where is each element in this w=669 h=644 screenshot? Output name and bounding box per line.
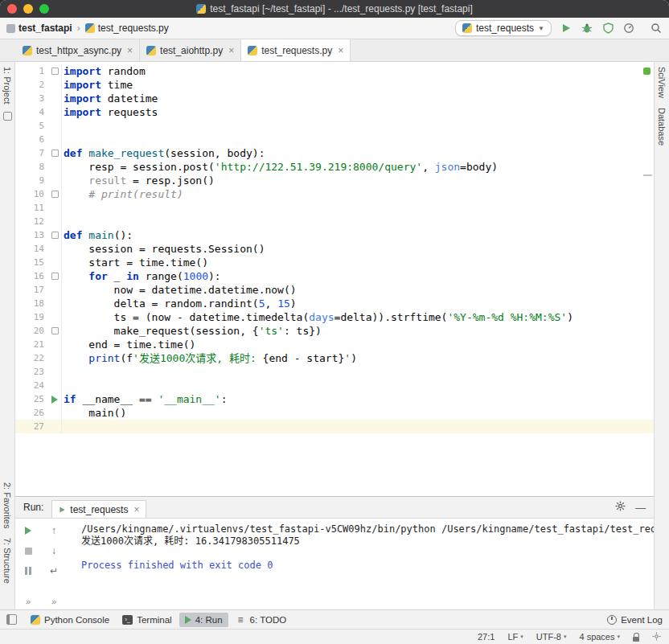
code-line-13[interactable]: 13def main(): <box>15 228 654 242</box>
chevron-more-icon[interactable]: » <box>51 597 56 606</box>
gutter[interactable]: 9 <box>15 174 62 187</box>
tab-test_httpx_async.py[interactable]: test_httpx_async.py× <box>16 39 140 61</box>
title-bar[interactable]: test_fastapi [~/test_fastapi] - .../test… <box>0 0 669 18</box>
code-line-1[interactable]: 1import random <box>15 64 654 78</box>
close-icon[interactable]: × <box>127 45 133 56</box>
readonly-lock-icon[interactable] <box>633 633 639 642</box>
breadcrumb-file[interactable]: test_requests.py <box>98 23 169 34</box>
breadcrumb-project[interactable]: test_fastapi <box>18 23 72 34</box>
event-log-button[interactable]: Event Log <box>607 615 663 625</box>
tool-window-switcher-icon[interactable] <box>6 614 17 625</box>
code-line-16[interactable]: 16 for _ in range(1000): <box>15 269 654 283</box>
gutter[interactable]: 3 <box>15 92 62 105</box>
fold-icon[interactable] <box>51 191 59 198</box>
tool-stripe-button-sciview[interactable]: SciView <box>657 62 667 103</box>
code-line-22[interactable]: 22 print(f'发送1000次请求, 耗时: {end - start}'… <box>15 351 654 365</box>
fold-icon[interactable] <box>51 327 59 334</box>
gutter[interactable]: 13 <box>15 228 62 242</box>
run-config-select[interactable]: test_requests ▼ <box>455 20 552 36</box>
zoom-window-icon[interactable] <box>39 4 49 14</box>
code-line-8[interactable]: 8 resp = session.post('http://122.51.39.… <box>15 160 654 174</box>
inspection-profile-icon[interactable] <box>652 632 661 642</box>
up-stack-icon[interactable]: ↑ <box>48 525 60 536</box>
minimize-window-icon[interactable] <box>23 4 33 14</box>
console-output[interactable]: /Users/kingname/.virtualenvs/test_fastap… <box>67 519 654 609</box>
code-line-7[interactable]: 7def make_request(session, body): <box>15 146 654 160</box>
code-line-3[interactable]: 3import datetime <box>15 92 654 105</box>
tool-window-button-4-run[interactable]: 4: Run <box>179 613 228 627</box>
code-line-5[interactable]: 5 <box>15 119 654 133</box>
tool-stripe-button-7-structure[interactable]: 7: Structure <box>2 533 12 589</box>
code-line-11[interactable]: 11 <box>15 201 654 215</box>
profiler-button[interactable] <box>622 22 635 35</box>
run-panel-tab[interactable]: test_requests × <box>51 500 146 518</box>
gutter[interactable]: 10 <box>15 187 62 201</box>
code-line-2[interactable]: 2import time <box>15 78 654 92</box>
soft-wrap-icon[interactable]: ↵ <box>48 565 60 576</box>
bookmark-icon[interactable] <box>3 112 12 121</box>
gutter[interactable]: 7 <box>15 146 62 160</box>
gutter[interactable]: 5 <box>15 119 62 133</box>
code-line-23[interactable]: 23 <box>15 365 654 379</box>
gutter[interactable]: 19 <box>15 310 62 324</box>
gutter[interactable]: 1 <box>15 64 62 78</box>
gutter[interactable]: 20 <box>15 324 62 338</box>
gutter[interactable]: 23 <box>15 365 62 379</box>
code-line-26[interactable]: 26 main() <box>15 406 654 420</box>
caret-position[interactable]: 27:1 <box>478 632 495 642</box>
line-separator-select[interactable]: LF▾ <box>507 632 523 642</box>
pause-output-icon[interactable] <box>23 565 34 576</box>
gutter[interactable]: 18 <box>15 297 62 310</box>
code-line-17[interactable]: 17 now = datetime.datetime.now() <box>15 283 654 297</box>
gutter[interactable]: 15 <box>15 256 62 269</box>
stop-icon[interactable] <box>23 545 34 556</box>
code-line-9[interactable]: 9 result = resp.json() <box>15 174 654 187</box>
fold-icon[interactable] <box>51 232 59 239</box>
gutter[interactable]: 11 <box>15 201 62 215</box>
code-line-10[interactable]: 10 # print(result) <box>15 187 654 201</box>
run-button[interactable] <box>560 22 573 35</box>
tool-stripe-button-database[interactable]: Database <box>657 103 667 150</box>
code-line-18[interactable]: 18 delta = random.randint(5, 15) <box>15 297 654 310</box>
run-gutter-icon[interactable] <box>51 396 58 404</box>
debug-button[interactable] <box>581 22 593 35</box>
inspections-ok-icon[interactable] <box>643 68 651 75</box>
chevron-more-icon[interactable]: » <box>26 597 31 606</box>
code-line-6[interactable]: 6 <box>15 133 654 146</box>
fold-icon[interactable] <box>51 150 59 157</box>
gutter[interactable]: 12 <box>15 215 62 228</box>
close-icon[interactable]: × <box>228 45 234 56</box>
rerun-icon[interactable] <box>23 525 34 536</box>
gutter[interactable]: 8 <box>15 160 62 174</box>
encoding-select[interactable]: UTF-8▾ <box>536 632 567 642</box>
code-line-25[interactable]: 25if __name__ == '__main__': <box>15 392 654 406</box>
gutter[interactable]: 14 <box>15 242 62 256</box>
tool-window-button-6-todo[interactable]: 6: TODO <box>230 613 293 627</box>
gutter[interactable]: 25 <box>15 392 62 406</box>
code-line-15[interactable]: 15 start = time.time() <box>15 256 654 269</box>
close-icon[interactable]: × <box>133 504 139 515</box>
code-line-19[interactable]: 19 ts = (now - datetime.timedelta(days=d… <box>15 310 654 324</box>
code-line-4[interactable]: 4import requests <box>15 105 654 119</box>
gutter[interactable]: 21 <box>15 338 62 351</box>
gutter[interactable]: 6 <box>15 133 62 146</box>
fold-icon[interactable] <box>51 68 59 75</box>
tool-window-button-python-console[interactable]: Python Console <box>25 613 115 627</box>
editor-code[interactable]: 1import random2import time3import dateti… <box>15 62 654 496</box>
gutter[interactable]: 27 <box>15 420 62 433</box>
settings-gear-icon[interactable] <box>615 501 626 514</box>
tool-stripe-button-2-favorites[interactable]: 2: Favorites <box>2 478 12 533</box>
tool-stripe-button-1-project[interactable]: 1: Project <box>2 62 12 109</box>
gutter[interactable]: 24 <box>15 379 62 392</box>
hide-panel-icon[interactable]: — <box>635 502 646 514</box>
gutter[interactable]: 2 <box>15 78 62 92</box>
gutter[interactable]: 17 <box>15 283 62 297</box>
code-line-14[interactable]: 14 session = requests.Session() <box>15 242 654 256</box>
gutter[interactable]: 4 <box>15 105 62 119</box>
close-icon[interactable]: × <box>338 45 343 56</box>
code-line-12[interactable]: 12 <box>15 215 654 228</box>
search-icon[interactable] <box>650 22 663 35</box>
code-line-24[interactable]: 24 <box>15 379 654 392</box>
tab-test_requests.py[interactable]: test_requests.py× <box>241 39 351 61</box>
code-line-20[interactable]: 20 make_request(session, {'ts': ts}) <box>15 324 654 338</box>
